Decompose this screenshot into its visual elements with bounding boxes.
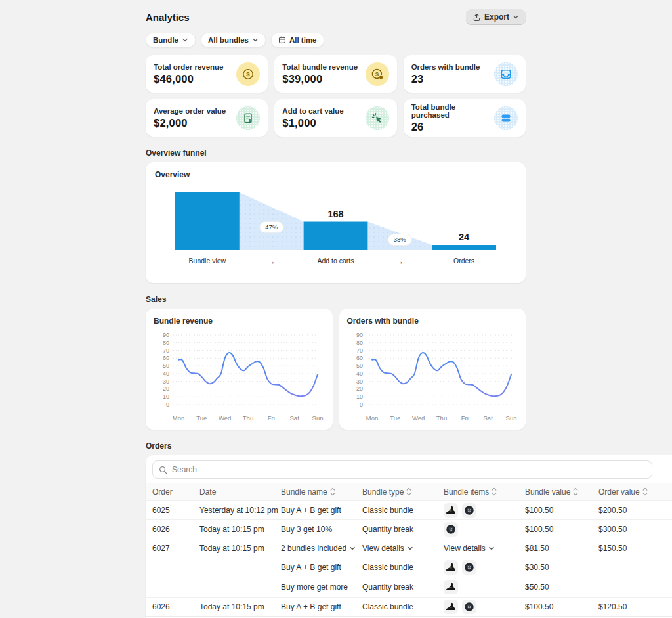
main-content: Analytics Export BundleAll bundlesAll ti… (146, 0, 526, 451)
chevron-down-icon (407, 545, 413, 552)
bundle-type[interactable]: View details (362, 544, 444, 553)
bundle-revenue-chart-card: Bundle revenue 9080706050403020100MonTue… (146, 309, 333, 430)
svg-text:70: 70 (163, 347, 169, 354)
filter-pill-all-time[interactable]: All time (271, 33, 324, 47)
svg-text:0: 0 (166, 401, 169, 408)
column-header-bundle-value[interactable]: Bundle value (525, 483, 598, 500)
metric-card-total-bundle-purchased: Total bundle purchased26 (404, 99, 526, 137)
bundle-value: $100.50 (525, 525, 598, 534)
order-sub-row: Buy more get moreQuantity break$50.50 (146, 577, 672, 597)
sort-icon (642, 487, 648, 496)
order-number: 6026 (152, 602, 200, 611)
bundle-name[interactable]: 2 bundles included (281, 544, 362, 553)
bundle-items-thumbnails (444, 580, 458, 594)
svg-text:10: 10 (356, 393, 362, 400)
svg-text:20: 20 (163, 386, 169, 392)
filter-label: All time (289, 36, 317, 44)
column-label: Bundle value (525, 487, 570, 497)
metric-label: Orders with bundle (411, 63, 480, 71)
cell-text: 2 bundles included (281, 544, 346, 553)
column-header-bundle-name[interactable]: Bundle name (281, 483, 362, 500)
funnel-section-heading: Overview funnel (146, 148, 526, 158)
bundle-items[interactable]: View details (444, 544, 525, 553)
shoe-side-icon (444, 560, 458, 575)
cell-text: Quantity break (362, 525, 413, 534)
sort-icon (406, 487, 411, 496)
shoe-side-icon (444, 600, 458, 614)
order-date: Today at 10:15 pm (200, 525, 281, 534)
chart-title: Orders with bundle (347, 317, 520, 326)
svg-text:30: 30 (356, 378, 362, 385)
sneaker-front-icon (462, 560, 476, 575)
svg-text:Tue: Tue (196, 414, 207, 422)
bundle-value: $50.50 (525, 583, 598, 592)
bundle-items-thumbnails (444, 560, 476, 575)
metrics-grid: Total order revenue$46,000$Total bundle … (146, 55, 526, 137)
sneaker-front-icon (444, 522, 458, 537)
svg-text:60: 60 (163, 355, 169, 361)
inbox-icon (494, 62, 518, 86)
svg-text:Sat: Sat (483, 414, 493, 422)
funnel-axis-labels: Bundle view→Add to carts→Orders (175, 257, 496, 266)
column-header-bundle-type[interactable]: Bundle type (362, 483, 444, 500)
svg-text:Mon: Mon (366, 414, 377, 422)
cell-text: Classic bundle (362, 506, 413, 515)
filter-pill-bundle[interactable]: Bundle (146, 33, 196, 47)
bundle-value: $100.50 (525, 506, 598, 515)
bundle-type: Quantity break (362, 525, 444, 534)
svg-text:Mon: Mon (173, 414, 184, 422)
metric-value: $46,000 (154, 73, 224, 85)
metric-value: $1,000 (282, 117, 343, 129)
orders-table-header: OrderDateBundle nameBundle typeBundle it… (146, 483, 672, 500)
export-button[interactable]: Export (466, 9, 526, 25)
bundle-type: Classic bundle (362, 602, 444, 611)
column-label: Order (152, 487, 173, 497)
search-icon (159, 466, 167, 474)
metric-value: 23 (411, 73, 480, 85)
sneaker-front-icon (462, 600, 476, 614)
chevron-down-icon (513, 14, 519, 20)
svg-text:60: 60 (356, 355, 362, 361)
chevron-down-icon (182, 37, 188, 43)
order-sub-row: Buy A + B get giftClassic bundle$30.50 (146, 558, 672, 577)
bundle-value: $100.50 (525, 602, 598, 611)
svg-text:80: 80 (356, 340, 362, 346)
filter-pill-all-bundles[interactable]: All bundles (201, 33, 266, 47)
metric-label: Add to cart value (282, 107, 343, 115)
search-input[interactable]: Search (152, 460, 652, 479)
order-value: $300.50 (598, 525, 672, 534)
order-number: 6025 (152, 506, 200, 515)
order-number: 6027 (152, 544, 200, 553)
svg-text:38%: 38% (394, 236, 407, 243)
column-header-bundle-items[interactable]: Bundle items (444, 483, 525, 500)
svg-text:$: $ (249, 118, 251, 123)
chevron-down-icon (349, 545, 356, 552)
calendar-icon (278, 36, 286, 44)
metric-label: Total bundle revenue (282, 63, 358, 71)
bundle-items (444, 522, 525, 537)
bundle-items (444, 580, 525, 594)
bundle-name: Buy 3 get 10% (281, 525, 362, 534)
bundle-value: $81.50 (525, 544, 598, 553)
filter-label: Bundle (153, 36, 178, 44)
orders-with-bundle-line-chart: 9080706050403020100MonTueWedThuFriSatSun (347, 327, 520, 426)
column-header-order-value[interactable]: Order value (598, 483, 672, 500)
orders-section-heading: Orders (146, 441, 526, 451)
bundle-type: Classic bundle (362, 563, 444, 572)
funnel-stage-label: Add to carts (304, 257, 368, 266)
upload-icon (472, 13, 481, 22)
order-date: Yesterday at 10:12 pm (200, 506, 281, 515)
cell-text: View details (362, 544, 404, 553)
bundle-type: Quantity break (362, 583, 444, 592)
svg-text:Sun: Sun (312, 414, 324, 422)
bundle-items (444, 600, 525, 614)
sort-icon (492, 487, 497, 496)
metric-label: Total bundle purchased (411, 103, 494, 119)
funnel-stage-label: Bundle view (175, 257, 240, 266)
column-label: Bundle type (362, 487, 404, 497)
shoe-side-icon (444, 580, 458, 594)
coin-badge-icon: $ (366, 62, 389, 86)
svg-text:Tue: Tue (390, 414, 400, 422)
svg-text:10: 10 (163, 393, 169, 400)
export-label: Export (484, 12, 509, 22)
